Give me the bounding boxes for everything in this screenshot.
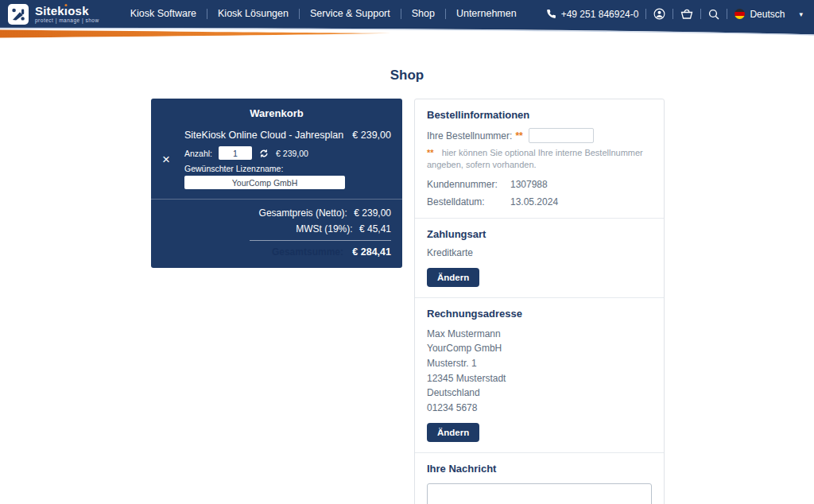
phone-icon <box>546 9 556 19</box>
order-info-title: Bestellinformationen <box>427 109 652 121</box>
change-address-button[interactable]: Ändern <box>427 423 479 442</box>
billing-address-title: Rechnungsadresse <box>427 308 652 320</box>
search-icon <box>708 9 719 20</box>
customer-number-value: 1307988 <box>510 179 548 190</box>
cart-item: × SiteKiosk Online Cloud - Jahresplan € … <box>151 130 402 199</box>
license-name-label: Gewünschter Lizenzname: <box>184 164 391 173</box>
top-navigation-bar: Sitekıosk protect | manage | show Kiosk … <box>0 0 814 28</box>
quantity-input[interactable] <box>219 146 252 160</box>
address-line: Max Mustermann <box>427 327 652 342</box>
sitekiosk-logo[interactable]: Sitekıosk protect | manage | show <box>8 4 99 25</box>
note-marker: ** <box>427 148 434 157</box>
nav-item-kiosk-loesungen[interactable]: Kiosk Lösungen <box>207 9 299 19</box>
order-date-value: 13.05.2024 <box>510 196 558 207</box>
quantity-label: Anzahl: <box>184 149 212 158</box>
cart-panel: Warenkorb × SiteKiosk Online Cloud - Jah… <box>151 99 402 268</box>
address-line: Musterstr. 1 <box>427 356 652 371</box>
nav-item-shop[interactable]: Shop <box>401 9 445 19</box>
vat-label: MWSt (19%): <box>296 223 352 235</box>
order-number-input[interactable] <box>529 128 594 143</box>
brand-i-dot <box>65 4 68 6</box>
sitekiosk-logo-icon <box>8 4 29 25</box>
change-payment-button[interactable]: Ändern <box>427 268 479 287</box>
brand-tagline: protect | manage | show <box>35 18 99 24</box>
separator <box>673 9 673 19</box>
customer-number-label: Kundennummer: <box>427 179 510 190</box>
main-nav: Kiosk Software Kiosk Lösungen Service & … <box>120 9 527 19</box>
address-line: 12345 Musterstadt <box>427 371 652 386</box>
phone-number: +49 251 846924-0 <box>561 9 639 20</box>
separator <box>700 9 701 19</box>
order-number-note: ** hier können Sie optional Ihre interne… <box>427 147 652 172</box>
nav-item-kiosk-software[interactable]: Kiosk Software <box>120 9 207 19</box>
cart-line-price: € 239,00 <box>276 149 308 158</box>
license-name-input[interactable] <box>184 176 345 189</box>
vat-value: € 45,41 <box>359 223 391 235</box>
order-number-label: Ihre Bestellnummer: <box>427 130 512 142</box>
cart-item-name: SiteKiosk Online Cloud - Jahresplan <box>184 130 343 141</box>
net-total-label: Gesamtpreis (Netto): <box>259 207 347 219</box>
chevron-down-icon[interactable]: ▾ <box>799 10 803 18</box>
cart-icon <box>680 9 693 20</box>
cart-button[interactable] <box>680 9 693 20</box>
language-selector[interactable]: Deutsch <box>735 9 785 20</box>
message-textarea[interactable] <box>427 483 652 504</box>
cart-title: Warenkorb <box>151 99 402 130</box>
grand-total-value: € 284,41 <box>352 246 391 258</box>
billing-address: Max Mustermann YourComp GmbH Musterstr. … <box>427 327 652 416</box>
language-label: Deutsch <box>750 9 785 20</box>
nav-item-service-support[interactable]: Service & Support <box>299 9 401 19</box>
topbar-utilities: +49 251 846924-0 <box>546 8 803 20</box>
separator <box>727 9 727 19</box>
refresh-icon[interactable] <box>258 148 269 159</box>
nav-item-unternehmen[interactable]: Unternehmen <box>445 9 527 19</box>
search-button[interactable] <box>708 9 719 20</box>
message-section: Ihre Nachricht Ich bin mit den AGB und D… <box>415 453 664 504</box>
grand-total-row: Gesamtsumme: € 284,41 <box>250 240 391 258</box>
german-flag-icon <box>735 9 745 19</box>
separator <box>645 9 646 19</box>
address-line: 01234 5678 <box>427 401 652 416</box>
cart-totals: Gesamtpreis (Netto): € 239,00 MWSt (19%)… <box>151 200 402 268</box>
brand-text: Sitekıosk protect | manage | show <box>35 5 99 24</box>
order-date-label: Bestelldatum: <box>427 196 510 207</box>
address-line: Deutschland <box>427 386 652 401</box>
payment-section: Zahlungsart Kreditkarte Ändern <box>415 219 664 298</box>
grand-total-label: Gesamtsumme: <box>272 246 343 258</box>
order-info-section: Bestellinformationen Ihre Bestellnummer:… <box>415 99 664 219</box>
net-total-value: € 239,00 <box>354 207 391 219</box>
address-line: YourComp GmbH <box>427 341 652 356</box>
account-button[interactable] <box>653 8 665 20</box>
remove-item-icon[interactable]: × <box>162 130 184 189</box>
payment-method: Kreditkarte <box>427 247 652 258</box>
required-marker: ** <box>515 130 522 142</box>
phone-link[interactable]: +49 251 846924-0 <box>546 9 639 20</box>
page-title: Shop <box>0 68 814 83</box>
cart-item-price: € 239,00 <box>352 130 391 141</box>
checkout-card: Bestellinformationen Ihre Bestellnummer:… <box>414 99 665 504</box>
billing-address-section: Rechnungsadresse Max Mustermann YourComp… <box>415 298 664 454</box>
account-icon <box>653 8 665 20</box>
message-title: Ihre Nachricht <box>427 463 652 475</box>
payment-title: Zahlungsart <box>427 228 652 240</box>
brand-name: Sitekıosk <box>35 5 99 17</box>
cart-item-main: SiteKiosk Online Cloud - Jahresplan € 23… <box>184 130 391 189</box>
